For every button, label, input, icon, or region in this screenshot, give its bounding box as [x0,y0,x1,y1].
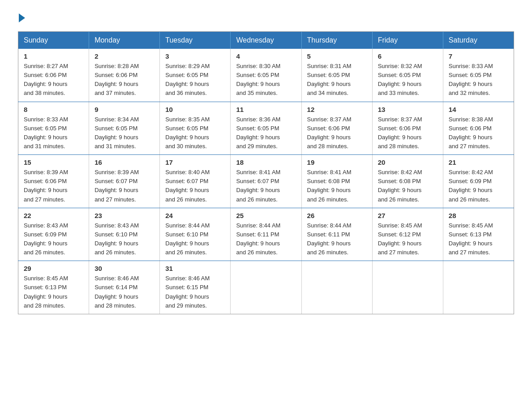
sunrise-info: Sunrise: 8:46 AM [165,275,210,282]
sunset-info: Sunset: 6:07 PM [94,178,137,184]
sunrise-info: Sunrise: 8:35 AM [165,116,210,123]
day-number: 26 [307,212,367,219]
calendar-cell: 14 Sunrise: 8:38 AM Sunset: 6:06 PM Dayl… [443,102,514,155]
logo [18,13,26,22]
calendar-cell: 24 Sunrise: 8:44 AM Sunset: 6:10 PM Dayl… [160,208,231,261]
calendar-cell: 29 Sunrise: 8:45 AM Sunset: 6:13 PM Dayl… [18,261,89,314]
day-info: Sunrise: 8:34 AM Sunset: 6:05 PM Dayligh… [94,115,154,151]
sunrise-info: Sunrise: 8:37 AM [378,116,422,123]
daylight-minutes-info: and 28 minutes. [94,302,136,309]
sunrise-info: Sunrise: 8:45 AM [449,222,493,229]
day-number: 13 [378,106,438,113]
sunrise-info: Sunrise: 8:27 AM [24,63,68,69]
calendar-cell: 5 Sunrise: 8:31 AM Sunset: 6:05 PM Dayli… [301,49,372,102]
sunset-info: Sunset: 6:07 PM [236,178,279,184]
sunrise-info: Sunrise: 8:37 AM [307,116,352,123]
daylight-info: Daylight: 9 hours [307,187,351,193]
sunrise-info: Sunrise: 8:44 AM [307,222,352,229]
day-number: 9 [94,106,154,113]
calendar-week-row: 8 Sunrise: 8:33 AM Sunset: 6:05 PM Dayli… [18,102,514,155]
day-info: Sunrise: 8:27 AM Sunset: 6:06 PM Dayligh… [24,62,83,98]
sunrise-info: Sunrise: 8:33 AM [24,116,68,123]
sunset-info: Sunset: 6:11 PM [236,231,279,238]
daylight-minutes-info: and 26 minutes. [24,249,65,256]
sunset-info: Sunset: 6:06 PM [24,178,67,184]
sunset-info: Sunset: 6:11 PM [307,231,350,238]
calendar-week-row: 29 Sunrise: 8:45 AM Sunset: 6:13 PM Dayl… [18,261,514,314]
daylight-minutes-info: and 30 minutes. [165,143,207,150]
daylight-info: Daylight: 9 hours [165,293,209,300]
daylight-minutes-info: and 28 minutes. [24,302,65,309]
day-info: Sunrise: 8:45 AM Sunset: 6:13 PM Dayligh… [449,221,508,257]
sunset-info: Sunset: 6:05 PM [94,125,137,132]
daylight-info: Daylight: 9 hours [165,240,209,247]
sunrise-info: Sunrise: 8:44 AM [165,222,210,229]
sunset-info: Sunset: 6:10 PM [165,231,208,238]
sunrise-info: Sunrise: 8:42 AM [378,169,422,176]
sunrise-info: Sunrise: 8:32 AM [378,63,422,69]
day-number: 6 [378,52,438,60]
sunrise-info: Sunrise: 8:43 AM [24,222,68,229]
daylight-info: Daylight: 9 hours [24,293,68,300]
day-number: 12 [307,106,367,113]
sunset-info: Sunset: 6:09 PM [449,178,492,184]
daylight-info: Daylight: 9 hours [449,81,493,87]
sunset-info: Sunset: 6:13 PM [449,231,492,238]
daylight-minutes-info: and 31 minutes. [24,143,65,150]
day-info: Sunrise: 8:28 AM Sunset: 6:06 PM Dayligh… [94,62,154,98]
day-number: 17 [165,158,225,166]
calendar-cell: 22 Sunrise: 8:43 AM Sunset: 6:09 PM Dayl… [18,208,89,261]
daylight-minutes-info: and 29 minutes. [165,302,207,309]
calendar-cell: 12 Sunrise: 8:37 AM Sunset: 6:06 PM Dayl… [301,102,372,155]
day-info: Sunrise: 8:39 AM Sunset: 6:06 PM Dayligh… [24,168,83,204]
sunrise-info: Sunrise: 8:42 AM [449,169,493,176]
day-number: 25 [236,212,296,219]
daylight-info: Daylight: 9 hours [307,240,351,247]
day-number: 21 [449,158,508,166]
day-number: 27 [378,212,438,219]
day-number: 19 [307,158,367,166]
calendar-cell: 11 Sunrise: 8:36 AM Sunset: 6:05 PM Dayl… [231,102,301,155]
day-of-week-header: Tuesday [160,32,231,49]
day-info: Sunrise: 8:40 AM Sunset: 6:07 PM Dayligh… [165,168,225,204]
day-info: Sunrise: 8:32 AM Sunset: 6:05 PM Dayligh… [378,62,438,98]
calendar-cell [301,261,372,314]
day-number: 2 [94,52,154,60]
daylight-minutes-info: and 26 minutes. [94,249,136,256]
day-of-week-header: Sunday [18,32,89,49]
sunrise-info: Sunrise: 8:34 AM [94,116,139,123]
day-info: Sunrise: 8:46 AM Sunset: 6:15 PM Dayligh… [165,274,225,310]
sunrise-info: Sunrise: 8:40 AM [165,169,210,176]
day-number: 24 [165,212,225,219]
day-of-week-header: Monday [89,32,160,49]
daylight-info: Daylight: 9 hours [94,81,138,87]
day-info: Sunrise: 8:38 AM Sunset: 6:06 PM Dayligh… [449,115,508,151]
daylight-minutes-info: and 36 minutes. [165,90,207,96]
day-info: Sunrise: 8:33 AM Sunset: 6:05 PM Dayligh… [24,115,83,151]
logo-arrow-icon [19,13,25,22]
day-of-week-header: Wednesday [231,32,301,49]
day-info: Sunrise: 8:42 AM Sunset: 6:08 PM Dayligh… [378,168,438,204]
daylight-info: Daylight: 9 hours [94,293,138,300]
day-number: 23 [94,212,154,219]
daylight-minutes-info: and 26 minutes. [165,196,207,203]
calendar-cell: 13 Sunrise: 8:37 AM Sunset: 6:06 PM Dayl… [372,102,443,155]
daylight-minutes-info: and 27 minutes. [449,249,490,256]
daylight-minutes-info: and 33 minutes. [378,90,420,96]
sunset-info: Sunset: 6:15 PM [165,284,208,291]
day-info: Sunrise: 8:30 AM Sunset: 6:05 PM Dayligh… [236,62,296,98]
day-info: Sunrise: 8:35 AM Sunset: 6:05 PM Dayligh… [165,115,225,151]
calendar-cell: 26 Sunrise: 8:44 AM Sunset: 6:11 PM Dayl… [301,208,372,261]
daylight-info: Daylight: 9 hours [378,240,422,247]
day-info: Sunrise: 8:43 AM Sunset: 6:09 PM Dayligh… [24,221,83,257]
sunset-info: Sunset: 6:12 PM [378,231,421,238]
day-number: 7 [449,52,508,60]
daylight-minutes-info: and 37 minutes. [94,90,136,96]
calendar-cell: 3 Sunrise: 8:29 AM Sunset: 6:05 PM Dayli… [160,49,231,102]
daylight-info: Daylight: 9 hours [24,81,68,87]
day-info: Sunrise: 8:46 AM Sunset: 6:14 PM Dayligh… [94,274,154,310]
day-number: 22 [24,212,83,219]
day-info: Sunrise: 8:31 AM Sunset: 6:05 PM Dayligh… [307,62,367,98]
sunset-info: Sunset: 6:05 PM [236,125,279,132]
calendar-cell: 20 Sunrise: 8:42 AM Sunset: 6:08 PM Dayl… [372,155,443,208]
